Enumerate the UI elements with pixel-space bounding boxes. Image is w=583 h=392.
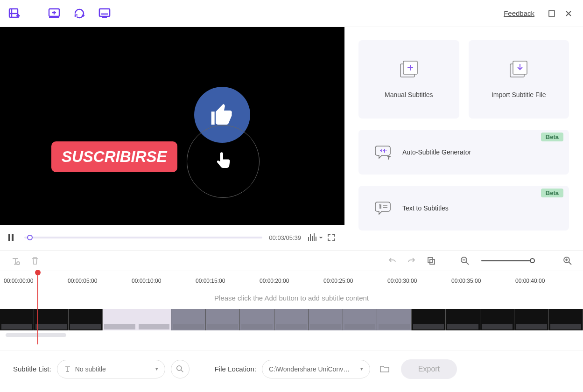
svg-point-14 <box>177 366 182 371</box>
chevron-down-icon: ▾ <box>360 366 363 372</box>
svg-rect-3 <box>549 11 555 16</box>
crop-button[interactable] <box>426 256 436 266</box>
time-ruler[interactable]: 00:00:00:00 00:00:05:00 00:00:10:00 00:0… <box>0 271 583 290</box>
footer: Subtitle List: No subtitle ▾ File Locati… <box>0 350 583 387</box>
import-subtitle-card[interactable]: Import Subtitle File <box>469 40 569 119</box>
svg-rect-11 <box>430 259 435 264</box>
tick: 00:00:25:00 <box>323 271 387 290</box>
svg-rect-10 <box>428 258 433 262</box>
svg-text:T: T <box>387 155 391 160</box>
tick: 00:00:30:00 <box>387 271 451 290</box>
export-button[interactable]: Export <box>401 359 457 379</box>
timeline[interactable]: 00:00:00:00 00:00:05:00 00:00:10:00 00:0… <box>0 271 583 350</box>
zoom-in-button[interactable] <box>562 256 573 266</box>
subtitle-track-hint: Please click the Add button to add subti… <box>0 290 583 309</box>
timeline-tools <box>0 250 583 271</box>
manual-subtitles-card[interactable]: Manual Subtitles <box>358 40 459 119</box>
playhead[interactable] <box>37 271 38 344</box>
chevron-down-icon: ▾ <box>155 366 158 372</box>
svg-point-9 <box>17 262 20 265</box>
card-label: Import Subtitle File <box>492 91 546 98</box>
maximize-button[interactable] <box>546 7 558 20</box>
subtitle-list-label: Subtitle List: <box>13 365 51 373</box>
zoom-slider[interactable] <box>481 260 533 261</box>
redo-button[interactable] <box>407 256 417 266</box>
auto-subtitle-icon: T <box>374 144 392 160</box>
tick: 00:00:35:00 <box>451 271 515 290</box>
select-value: C:\Wondershare UniConverter 1 <box>269 365 353 373</box>
tick: 00:00:05:00 <box>68 271 132 290</box>
file-location-select[interactable]: C:\Wondershare UniConverter 1 ▾ <box>262 360 370 378</box>
card-label: Auto-Subtitle Generator <box>402 148 471 156</box>
video-track[interactable] <box>0 309 583 330</box>
time-display: 00:03/05:39 <box>269 234 301 241</box>
card-label: Manual Subtitles <box>385 91 433 98</box>
waveform-toggle[interactable] <box>308 233 323 242</box>
preview-column: SUSCRIBIRSE 00:03/05:39 <box>0 27 344 250</box>
search-subtitle-button[interactable] <box>171 360 190 378</box>
subtitle-list-select[interactable]: No subtitle ▾ <box>57 360 165 378</box>
delete-button[interactable] <box>30 256 40 266</box>
card-label: Text to Subtitles <box>402 204 449 212</box>
reload-icon[interactable] <box>73 8 85 19</box>
download-icon <box>508 60 529 79</box>
tick: 00:00:10:00 <box>132 271 196 290</box>
tick: 00:00:40:00 <box>515 271 579 290</box>
import-video-icon[interactable] <box>8 8 21 19</box>
select-value: No subtitle <box>75 365 106 373</box>
timeline-scrollbar[interactable] <box>6 333 577 338</box>
auto-subtitle-card[interactable]: Beta T Auto-Subtitle Generator <box>358 130 569 175</box>
tick: 00:00:15:00 <box>196 271 260 290</box>
side-panel: Manual Subtitles Import Subtitle File Be… <box>344 27 583 250</box>
text-to-subtitles-card[interactable]: Beta Text to Subtitles <box>358 186 569 231</box>
seek-bar[interactable] <box>24 237 262 238</box>
open-folder-button[interactable] <box>379 364 390 374</box>
zoom-out-button[interactable] <box>460 256 470 266</box>
svg-rect-2 <box>99 9 110 16</box>
pause-button[interactable] <box>8 234 18 241</box>
subscribe-overlay: SUSCRIBIRSE <box>51 141 177 172</box>
add-media-icon[interactable] <box>48 8 60 19</box>
tick: 00:00:20:00 <box>260 271 323 290</box>
plus-icon <box>399 60 419 79</box>
toolbar <box>8 8 111 19</box>
text-subtitle-icon <box>374 200 392 216</box>
video-preview[interactable]: SUSCRIBIRSE <box>0 27 344 225</box>
close-button[interactable] <box>562 7 575 20</box>
beta-badge: Beta <box>541 133 563 141</box>
subtitle-tool-icon[interactable] <box>98 8 111 19</box>
title-bar: Feedback <box>0 0 583 27</box>
click-indicator-icon <box>187 125 260 198</box>
feedback-link[interactable]: Feedback <box>504 9 534 17</box>
file-location-label: File Location: <box>215 365 256 373</box>
beta-badge: Beta <box>541 189 563 197</box>
text-style-button[interactable] <box>10 256 21 266</box>
play-controls: 00:03/05:39 <box>0 225 344 250</box>
fullscreen-button[interactable] <box>327 233 336 242</box>
undo-button[interactable] <box>387 256 397 266</box>
